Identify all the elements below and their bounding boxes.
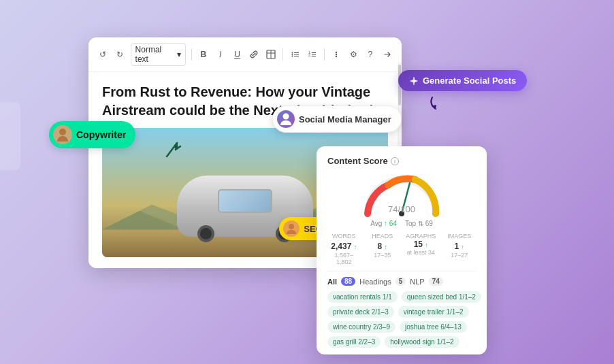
redo-button[interactable]: ↻ — [114, 48, 127, 61]
svg-text:2.: 2. — [308, 53, 311, 57]
style-dropdown[interactable]: Normal text ▾ — [131, 43, 186, 66]
generate-arrow — [425, 94, 446, 114]
keyword-2[interactable]: queen sized bed 1/1–2 — [402, 291, 481, 303]
keyword-5[interactable]: wine country 2/3–9 — [327, 321, 395, 333]
keyword-8[interactable]: hollywood sign 1/1–2 — [385, 336, 459, 348]
tab-nlp[interactable]: NLP — [410, 278, 424, 286]
svg-point-20 — [59, 129, 66, 135]
paragraphs-label: AGRAPHS — [404, 233, 438, 239]
words-label: WORDS — [327, 233, 361, 239]
settings-button[interactable]: ⚙ — [347, 48, 360, 61]
copywriter-arrow — [163, 139, 184, 163]
link-icon — [249, 50, 259, 59]
toolbar-divider-3 — [324, 48, 325, 61]
tab-all[interactable]: All — [327, 278, 337, 286]
underline-button[interactable]: U — [231, 48, 244, 61]
share-button[interactable] — [381, 48, 393, 61]
social-avatar-illustration — [278, 112, 293, 127]
chevron-down-icon: ▾ — [177, 50, 181, 59]
list-ordered-button[interactable]: 1. 2. — [306, 48, 319, 61]
trailer-wheel-left — [197, 225, 214, 242]
score-value: 74/100 — [388, 196, 415, 217]
score-card-title: Content Score i — [327, 156, 476, 166]
generate-arrow-icon — [425, 94, 446, 111]
tab-all-count[interactable]: 88 — [341, 277, 355, 286]
seo-avatar — [283, 220, 300, 237]
avg-label: Avg ↑ 64 — [370, 220, 397, 227]
more-options-icon — [332, 50, 341, 59]
svg-point-16 — [336, 56, 337, 57]
headings-sub: 17–35 — [366, 252, 400, 259]
toolbar-divider-1 — [191, 48, 192, 61]
svg-point-14 — [336, 52, 337, 53]
images-sub: 17–27 — [443, 252, 476, 259]
copywriter-label: Copywriter — [76, 129, 126, 140]
help-button[interactable]: ? — [363, 48, 376, 61]
trailer-window — [218, 189, 272, 213]
svg-point-19 — [289, 224, 294, 229]
copywriter-badge: Copywriter — [49, 121, 135, 148]
words-sub: 1,567–1,802 — [327, 252, 361, 265]
svg-point-4 — [291, 54, 293, 55]
copywriter-avatar — [53, 125, 72, 144]
stats-row: WORDS 2,437 ↑ 1,567–1,802 HEADS 8 ↑ 17–3… — [327, 233, 476, 271]
images-value: 1 ↑ — [454, 242, 464, 251]
svg-point-22 — [283, 114, 289, 120]
tab-headings[interactable]: Headings — [359, 278, 391, 286]
copywriter-avatar-illustration — [54, 127, 71, 143]
list-ordered-icon: 1. 2. — [308, 50, 317, 59]
keywords-row-1: vacation rentals 1/1 queen sized bed 1/1… — [327, 291, 476, 303]
top-label: Top ⇅ 69 — [405, 220, 433, 227]
toolbar-divider-2 — [282, 48, 283, 61]
keywords-row-4: gas grill 2/2–3 hollywood sign 1/1–2 — [327, 336, 476, 348]
undo-button[interactable]: ↺ — [97, 48, 110, 61]
keyword-6[interactable]: joshua tree 6/4–13 — [400, 321, 467, 333]
generate-button-label: Generate Social Posts — [423, 76, 516, 86]
social-media-manager-badge: Social Media Manager — [272, 105, 402, 133]
social-badge-label: Social Media Manager — [299, 114, 391, 125]
images-label: IMAGES — [443, 233, 476, 239]
social-avatar — [277, 110, 295, 128]
images-stat: IMAGES 1 ↑ 17–27 — [443, 233, 476, 265]
svg-point-3 — [291, 52, 293, 54]
words-value: 2,437 ↑ — [331, 242, 357, 251]
score-tabs: All 88 Headings 5 NLP 74 — [327, 277, 476, 286]
score-gauge: 74/100 Avg ↑ 64 Top ⇅ 69 — [327, 173, 476, 227]
headings-label: HEADS — [366, 233, 400, 239]
list-bullet-button[interactable] — [289, 48, 302, 61]
words-stat: WORDS 2,437 ↑ 1,567–1,802 — [327, 233, 361, 265]
table-icon — [266, 50, 276, 59]
copywriter-arrow-icon — [163, 139, 184, 160]
bold-button[interactable]: B — [197, 48, 210, 61]
keyword-1[interactable]: vacation rentals 1/1 — [327, 291, 398, 303]
generate-social-posts-button[interactable]: Generate Social Posts — [398, 70, 527, 91]
keyword-4[interactable]: vintage trailer 1/1–2 — [398, 306, 469, 318]
headings-stat: HEADS 8 ↑ 17–35 — [366, 233, 400, 265]
list-bullet-icon — [291, 50, 300, 59]
seo-avatar-illustration — [285, 222, 298, 235]
paragraphs-value: 15 ↑ — [414, 239, 428, 249]
left-decoration — [0, 102, 20, 170]
tab-nlp-count[interactable]: 74 — [429, 277, 443, 286]
table-button[interactable] — [265, 48, 278, 61]
gauge-visual: 74/100 — [361, 173, 442, 217]
share-icon — [383, 50, 391, 59]
keywords-grid: vacation rentals 1/1 queen sized bed 1/1… — [327, 291, 476, 348]
more-options-button[interactable] — [330, 48, 343, 61]
paragraphs-stat: AGRAPHS 15 ↑ at least 34 — [404, 233, 438, 265]
svg-text:i: i — [394, 159, 395, 164]
tab-headings-count[interactable]: 5 — [395, 277, 406, 286]
info-icon[interactable]: i — [391, 157, 399, 165]
link-button[interactable] — [248, 48, 261, 61]
sparkle-icon — [409, 76, 419, 86]
editor-toolbar: ↺ ↻ Normal text ▾ B I U — [88, 37, 402, 72]
svg-point-5 — [291, 56, 293, 57]
italic-button[interactable]: I — [214, 48, 227, 61]
keywords-row-3: wine country 2/3–9 joshua tree 6/4–13 — [327, 321, 476, 333]
content-score-card: Content Score i 74/100 — [317, 146, 487, 354]
keyword-7[interactable]: gas grill 2/2–3 — [327, 336, 381, 348]
headings-value: 8 ↑ — [377, 242, 387, 251]
keyword-3[interactable]: private deck 2/1–3 — [327, 306, 394, 318]
gauge-labels: Avg ↑ 64 Top ⇅ 69 — [370, 220, 433, 227]
paragraphs-sub: at least 34 — [404, 249, 438, 256]
